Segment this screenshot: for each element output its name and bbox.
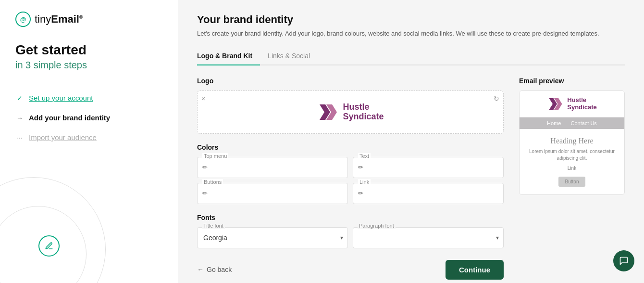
step-import-label[interactable]: Import your audience xyxy=(29,133,97,142)
pencil-icon[interactable]: ✏ xyxy=(358,164,363,171)
buttons-color-field[interactable]: Buttons ✏ xyxy=(197,183,348,204)
fonts-row: Title font Georgia Arial Times New Roman… xyxy=(197,227,504,248)
ep-nav-home: Home xyxy=(542,120,566,126)
link-label: Link xyxy=(358,179,371,185)
paragraph-font-select[interactable]: Georgia Arial Times New Roman Helvetica … xyxy=(353,227,504,248)
text-label: Text xyxy=(358,153,371,159)
left-column: Logo × ↻ Hustle Syndicate xyxy=(197,77,504,280)
ep-nav-contact: Contact Us xyxy=(566,120,601,126)
step-setup: ✓ Set up your account xyxy=(15,94,162,102)
fonts-section-label: Fonts xyxy=(197,214,504,221)
ep-button: Button xyxy=(558,177,586,187)
ep-brand-name: Hustle Syndicate xyxy=(567,97,596,111)
step-import: ··· Import your audience xyxy=(15,133,162,142)
link-swatch xyxy=(367,188,498,199)
page-description: Let's create your brand identity. Add yo… xyxy=(197,29,625,39)
pencil-icon[interactable]: ✏ xyxy=(358,190,363,197)
paragraph-font-wrap: Paragraph font Georgia Arial Times New R… xyxy=(353,227,504,248)
ep-logo-icon xyxy=(547,97,564,111)
sidebar-heading: Get started xyxy=(15,42,162,58)
tab-links-social[interactable]: Links & Social xyxy=(268,48,318,65)
text-swatch xyxy=(367,162,498,173)
content-columns: Logo × ↻ Hustle Syndicate xyxy=(197,77,625,280)
ep-header: Hustle Syndicate xyxy=(520,91,624,117)
title-font-wrap: Title font Georgia Arial Times New Roman… xyxy=(197,227,348,248)
ep-nav-bar: Home Contact Us xyxy=(520,117,624,129)
sidebar-subheading: in 3 simple steps xyxy=(15,60,162,71)
right-column: Email preview Hustle Syndicate xyxy=(519,77,625,280)
text-color-field[interactable]: Text ✏ xyxy=(353,157,504,178)
refresh-icon[interactable]: ↻ xyxy=(494,95,499,103)
go-back-button[interactable]: ← Go back xyxy=(197,266,232,273)
ep-body: Heading Here Lorem ipsum dolor sit amet,… xyxy=(520,129,624,194)
tab-logo-brand[interactable]: Logo & Brand Kit xyxy=(197,48,260,65)
top-menu-color-field[interactable]: Top menu ✏ xyxy=(197,157,348,178)
chat-button[interactable] xyxy=(613,250,634,271)
top-menu-swatch xyxy=(211,162,343,173)
buttons-label: Buttons xyxy=(202,179,223,185)
pencil-icon[interactable]: ✏ xyxy=(202,164,208,171)
step-brand-label[interactable]: Add your brand identity xyxy=(29,114,110,122)
ep-link: Link xyxy=(525,166,619,171)
logo-upload-box[interactable]: × ↻ Hustle Syndicate xyxy=(197,90,504,134)
email-preview-box: Hustle Syndicate Home Contact Us Heading… xyxy=(519,90,625,195)
colors-grid: Top menu ✏ Text ✏ Buttons ✏ Link ✏ xyxy=(197,157,504,204)
link-color-field[interactable]: Link ✏ xyxy=(353,183,504,204)
page-title: Your brand identity xyxy=(197,13,625,26)
brand-logo-icon xyxy=(317,103,340,122)
logo-preview: Hustle Syndicate xyxy=(317,103,384,122)
step-brand: → Add your brand identity xyxy=(15,114,162,122)
sidebar: @ tinyEmail® Get started in 3 simple ste… xyxy=(0,0,178,283)
paragraph-font-label: Paragraph font xyxy=(358,223,396,229)
continue-button[interactable]: Continue xyxy=(446,260,504,280)
arrow-icon: → xyxy=(15,114,24,122)
footer-bar: ← Go back Continue xyxy=(197,260,504,280)
title-font-select[interactable]: Georgia Arial Times New Roman Helvetica … xyxy=(197,227,348,248)
check-icon: ✓ xyxy=(15,94,24,102)
title-font-label: Title font xyxy=(202,223,225,229)
dots-icon: ··· xyxy=(15,134,24,142)
main-content: Your brand identity Let's create your br… xyxy=(178,0,644,283)
buttons-swatch xyxy=(211,188,343,199)
step-setup-label[interactable]: Set up your account xyxy=(29,94,93,102)
ep-heading: Heading Here xyxy=(525,137,619,145)
app-logo: @ tinyEmail® xyxy=(15,12,162,27)
ep-logo: Hustle Syndicate xyxy=(547,97,596,111)
pen-button[interactable] xyxy=(38,235,60,257)
colors-section-label: Colors xyxy=(197,143,504,151)
logo-section-label: Logo xyxy=(197,77,504,85)
email-preview-label: Email preview xyxy=(519,77,625,85)
svg-text:@: @ xyxy=(20,16,26,23)
pencil-icon[interactable]: ✏ xyxy=(202,190,208,197)
ep-paragraph: Lorem ipsum dolor sit amet, consectetur … xyxy=(525,148,619,162)
top-menu-label: Top menu xyxy=(202,153,228,159)
brand-name: Hustle Syndicate xyxy=(343,103,384,122)
steps-list: ✓ Set up your account → Add your brand i… xyxy=(15,94,162,142)
arrow-left-icon: ← xyxy=(197,266,204,273)
close-icon[interactable]: × xyxy=(201,95,205,103)
tabs-bar: Logo & Brand Kit Links & Social xyxy=(197,48,625,65)
